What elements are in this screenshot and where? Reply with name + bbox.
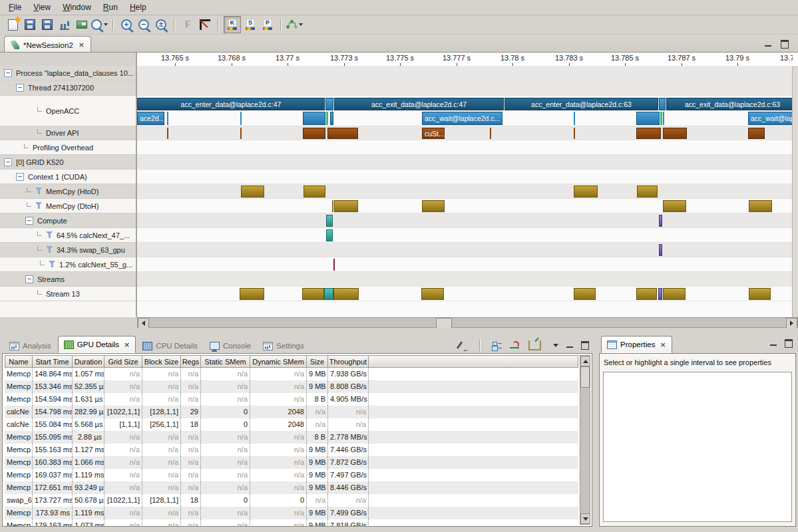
table-row[interactable]: swap_6173.727 ms50.678 µs[1022,1,1][128,…: [5, 494, 578, 507]
marker-flag-button[interactable]: [197, 17, 213, 33]
minimize-icon[interactable]: [770, 341, 777, 346]
timeline-bar[interactable]: [636, 128, 661, 139]
tab-settings[interactable]: Settings: [258, 338, 309, 353]
timeline-bar[interactable]: [637, 186, 658, 198]
close-icon[interactable]: ×: [79, 41, 85, 49]
table-row[interactable]: Memcp160.383 ms1.066 msn/an/an/an/an/a9 …: [5, 456, 578, 469]
menu-help[interactable]: Help: [124, 1, 152, 14]
scroll-down-button[interactable]: [580, 513, 590, 524]
filter-ruler-button[interactable]: F: [180, 17, 196, 33]
tab-properties[interactable]: Properties ×: [601, 336, 672, 353]
timeline-row-driver-api[interactable]: cuSt...: [137, 126, 793, 140]
horizontal-splitter[interactable]: [0, 331, 798, 336]
zoom-in-button[interactable]: +: [118, 17, 134, 33]
column-header-grid-size[interactable]: Grid Size: [104, 355, 142, 368]
minimize-icon[interactable]: [566, 343, 573, 348]
save-button[interactable]: [22, 17, 38, 33]
table-row[interactable]: Memcp155.163 ms1.127 msn/an/an/an/an/a9 …: [5, 444, 578, 456]
timeline-row-kernel-swap63[interactable]: [137, 243, 793, 257]
table-row[interactable]: calcNe154.798 ms282.99 µs[1022,1,1][128,…: [5, 406, 578, 418]
tree-row-profiling-overhead[interactable]: Profiling Overhead: [0, 140, 136, 155]
timeline-bar[interactable]: [240, 128, 242, 139]
timeline-bar[interactable]: acc_enter_data@laplace2d.c:63: [504, 98, 658, 110]
timeline-bar[interactable]: [663, 200, 686, 212]
table-row[interactable]: Memcp148.864 ms1.057 msn/an/an/an/an/a9 …: [5, 368, 578, 380]
timeline-row-kernel-calcnext47[interactable]: [137, 228, 793, 243]
timeline-bar[interactable]: [333, 288, 359, 300]
timeline-row-memcpy-dtoh[interactable]: [137, 199, 793, 213]
table-row[interactable]: Memcp172.651 ms93.249 µsn/an/an/an/an/a9…: [5, 481, 578, 494]
timeline-vertical-scrollbar[interactable]: [792, 66, 798, 317]
tree-row-context-1[interactable]: −Context 1 (CUDA): [0, 170, 136, 184]
scroll-right-button[interactable]: [786, 318, 797, 329]
maximize-icon[interactable]: [781, 40, 789, 49]
tree-row-openacc[interactable]: OpenACC: [0, 96, 136, 126]
tab-gpu-details[interactable]: GPU Details×: [58, 336, 136, 353]
column-header-block-size[interactable]: Block Size: [142, 355, 181, 368]
timeline-bar[interactable]: [422, 200, 445, 212]
timeline-bar[interactable]: [303, 112, 325, 125]
column-header-size[interactable]: Size: [307, 355, 328, 368]
minimize-icon[interactable]: [765, 42, 771, 47]
timeline-bar[interactable]: acc_exit_data@laplace2d.c:63: [666, 98, 793, 110]
column-header-start-time[interactable]: Start Time: [33, 355, 73, 368]
collapse-icon[interactable]: −: [16, 84, 24, 92]
timeline-bar[interactable]: [636, 112, 660, 125]
tree-row-streams[interactable]: −Streams: [0, 272, 136, 287]
reset-button[interactable]: [74, 17, 90, 33]
save-all-button[interactable]: [39, 17, 55, 33]
zoom-search-button[interactable]: [91, 17, 108, 33]
timeline-bar[interactable]: [241, 186, 264, 198]
timeline-bar[interactable]: [659, 244, 662, 256]
filter-icon[interactable]: [35, 188, 43, 195]
timeline-bar[interactable]: [326, 112, 328, 125]
timeline-bar[interactable]: [659, 98, 666, 110]
tree-row-memcpy-dtoh[interactable]: MemCpy (DtoH): [0, 199, 136, 213]
collapse-icon[interactable]: −: [16, 173, 24, 181]
timeline-bar[interactable]: [334, 200, 358, 212]
scroll-thumb[interactable]: [580, 366, 590, 388]
timeline-horizontal-scrollbar[interactable]: [137, 317, 798, 328]
collapse-icon[interactable]: −: [4, 158, 12, 166]
timeline-bar[interactable]: cuSt...: [422, 128, 445, 139]
menu-view[interactable]: View: [27, 1, 57, 14]
tree-row-process[interactable]: −Process "laplace_data_clauses 10...: [0, 66, 136, 80]
timeline-bar[interactable]: [663, 128, 687, 139]
tab-cpu-details[interactable]: CPU Details: [137, 338, 203, 353]
column-header-regs[interactable]: Regs: [181, 355, 201, 368]
scroll-up-button[interactable]: [580, 356, 590, 366]
timeline-bar[interactable]: [574, 288, 596, 300]
table-row[interactable]: calcNe155.084 ms5.568 µs[1,1,1][256,1,1]…: [5, 418, 578, 431]
zoom-out-button[interactable]: −: [136, 17, 152, 33]
tree-row-kernel-calcnext47[interactable]: 64.5% calcNext_47_...: [0, 228, 136, 243]
session-tab[interactable]: *NewSession2 ×: [4, 36, 91, 54]
timeline-bar[interactable]: [167, 128, 168, 139]
table-row[interactable]: Memcp169.037 ms1.119 msn/an/an/an/an/a9 …: [5, 469, 578, 481]
new-session-button[interactable]: [5, 17, 21, 33]
maximize-icon[interactable]: [785, 339, 793, 348]
filter-icon[interactable]: [49, 261, 56, 268]
timeline-row-streams[interactable]: [137, 272, 793, 287]
filter-icon[interactable]: [46, 246, 53, 253]
tree-row-compute[interactable]: −Compute: [0, 213, 136, 228]
timeline-bar[interactable]: [490, 128, 491, 139]
column-header-static-smem[interactable]: Static SMem: [201, 355, 250, 368]
timeline-row-context-1[interactable]: [137, 170, 793, 184]
timeline-bar[interactable]: [325, 98, 333, 110]
timeline-row-kernel-calcnext55[interactable]: [137, 257, 793, 272]
timeline-bar[interactable]: [636, 288, 657, 300]
timeline-row-compute[interactable]: [137, 213, 793, 228]
timeline-bar[interactable]: [326, 229, 333, 241]
column-header-dynamic-smem[interactable]: Dynamic SMem: [250, 355, 307, 368]
table-row[interactable]: Memcp154.594 ms1.631 µsn/an/an/an/an/a8 …: [5, 393, 578, 406]
timeline-bar[interactable]: [574, 186, 598, 198]
timeline-bar[interactable]: [748, 128, 765, 139]
table-vertical-scrollbar[interactable]: [580, 355, 590, 525]
timeline-bar[interactable]: acc_enter_data@laplace2d.c:47: [137, 98, 325, 110]
timeline-bar[interactable]: [333, 259, 335, 271]
profile-application-button[interactable]: [57, 17, 73, 33]
table-row[interactable]: Memcp155.095 ms2.88 µsn/an/an/an/an/a8 B…: [5, 431, 578, 444]
export-icon[interactable]: [528, 340, 541, 350]
collapse-icon[interactable]: −: [25, 217, 33, 225]
tab-console[interactable]: Console: [204, 338, 256, 353]
